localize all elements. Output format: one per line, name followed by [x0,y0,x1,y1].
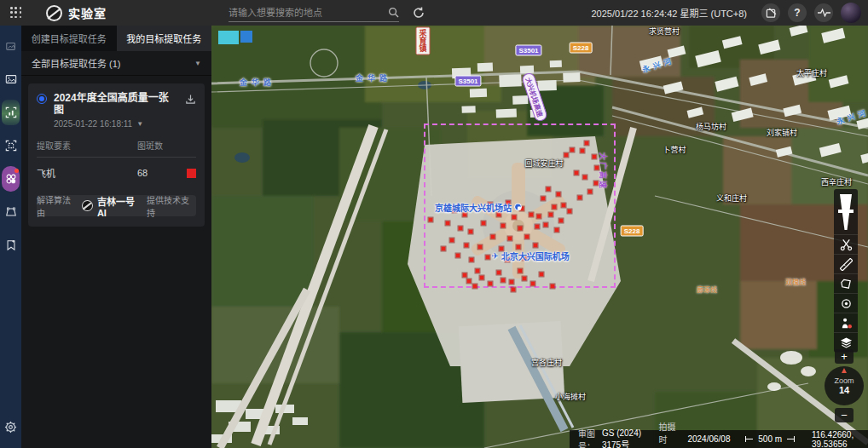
feature-color-swatch[interactable] [187,169,196,178]
detection-marker[interactable] [595,166,599,170]
detection-marker[interactable] [570,148,575,152]
detection-marker[interactable] [512,288,516,292]
detection-marker[interactable] [581,149,585,153]
detection-marker[interactable] [489,282,493,286]
detection-marker[interactable] [594,181,599,186]
detection-marker[interactable] [541,197,546,201]
detection-marker[interactable] [544,223,548,227]
detection-marker[interactable] [537,215,541,219]
detection-marker[interactable] [588,190,593,194]
detection-marker[interactable] [551,284,555,289]
feedback-note-icon[interactable] [761,3,780,22]
locate-tool[interactable] [834,294,858,313]
search-input[interactable] [229,8,388,18]
detection-marker[interactable] [497,213,501,217]
detection-marker[interactable] [523,277,527,281]
detection-marker[interactable] [506,201,511,205]
help-icon[interactable]: ? [788,3,807,22]
activity-pulse-icon[interactable] [814,3,833,22]
tab-my-tasks[interactable]: 我的目标提取任务 [117,26,212,51]
detection-marker[interactable] [482,221,486,226]
zoom-out-button[interactable]: − [835,408,854,422]
detection-marker[interactable] [463,213,467,217]
detection-marker[interactable] [547,187,551,192]
sidebar-item-settings[interactable] [2,414,20,439]
detection-marker[interactable] [512,215,517,220]
swipe-compare-tool[interactable] [834,189,858,235]
detection-marker[interactable] [559,219,564,223]
measure-tool[interactable] [834,255,858,274]
detection-marker[interactable] [508,237,512,241]
detection-marker[interactable] [486,256,490,260]
detection-marker[interactable] [531,282,535,286]
detection-marker[interactable] [517,245,521,250]
detection-marker[interactable] [497,271,501,275]
reset-search-icon[interactable] [411,5,426,20]
location-search[interactable] [229,3,399,22]
detection-marker[interactable] [446,221,450,226]
detection-marker[interactable] [506,258,510,262]
detection-marker[interactable] [473,284,477,289]
sidebar-item-polygon-draw[interactable] [2,199,20,225]
detection-marker[interactable] [578,196,582,200]
task-card[interactable]: 2024年度全国高质量一张图 2025-01-22 16:18:11 ▼ 提取要… [28,83,205,227]
task-filter-dropdown[interactable]: 全部目标提取任务 (1) ▼ [21,51,211,76]
detection-marker[interactable] [555,228,559,233]
detection-marker[interactable] [557,192,561,197]
algorithm-credit-button[interactable]: 解译算法由 吉林一号AI 提供技术支持 [37,195,196,216]
detection-marker[interactable] [564,153,569,158]
detection-marker[interactable] [469,230,473,234]
detection-marker[interactable] [568,210,572,214]
detection-marker[interactable] [491,235,495,239]
sidebar-item-target-extract[interactable] [2,100,20,125]
detection-marker[interactable] [525,235,529,239]
detection-marker[interactable] [535,225,540,229]
detection-marker[interactable] [450,238,454,243]
user-avatar[interactable] [841,3,861,23]
download-result-icon[interactable] [185,94,196,105]
detection-marker[interactable] [459,227,463,231]
detection-marker[interactable] [553,205,557,210]
task-datetime-dropdown[interactable]: 2025-01-22 16:18:11 ▼ [54,119,178,129]
task-radio-selected[interactable] [37,94,47,104]
detection-marker[interactable] [456,254,460,258]
detection-marker[interactable] [463,273,467,278]
detection-marker[interactable] [523,256,527,261]
detection-marker[interactable] [470,258,474,262]
compass-zoom-indicator[interactable]: Zoom 14 [825,366,864,405]
zoom-in-button[interactable]: + [835,349,854,364]
detection-marker[interactable] [501,279,506,283]
table-row[interactable]: 飞机 68 [37,158,196,183]
detection-marker[interactable] [489,203,493,207]
detection-marker[interactable] [429,218,433,222]
detection-marker[interactable] [467,279,472,284]
detection-marker[interactable] [453,209,457,213]
detection-marker[interactable] [534,244,538,248]
search-icon[interactable] [388,7,399,18]
detection-marker[interactable] [465,244,469,248]
detection-marker[interactable] [562,204,566,208]
sidebar-item-components[interactable] [2,166,20,192]
detection-marker[interactable] [549,213,553,217]
detection-marker[interactable] [478,245,483,250]
detection-marker[interactable] [510,280,514,284]
tab-create-task[interactable]: 创建目标提取任务 [21,26,117,51]
detection-marker[interactable] [585,141,589,146]
draw-polygon-tool[interactable] [834,274,858,294]
detection-marker[interactable] [529,213,534,217]
detection-marker[interactable] [575,171,579,175]
detection-marker[interactable] [518,269,523,273]
sidebar-item-gallery[interactable] [2,66,20,92]
sidebar-item-bookmark[interactable] [2,233,20,258]
detection-marker[interactable] [501,224,506,228]
sidebar-item-collection[interactable] [2,33,20,59]
detection-marker[interactable] [518,227,523,231]
detection-marker[interactable] [480,276,484,280]
detection-marker[interactable] [442,247,446,251]
detection-marker[interactable] [583,175,587,180]
detection-marker[interactable] [500,247,504,251]
sidebar-item-object-scan[interactable] [2,133,20,158]
detection-marker[interactable] [593,155,597,159]
street-view-tool[interactable] [834,313,858,333]
detection-marker[interactable] [476,269,480,273]
